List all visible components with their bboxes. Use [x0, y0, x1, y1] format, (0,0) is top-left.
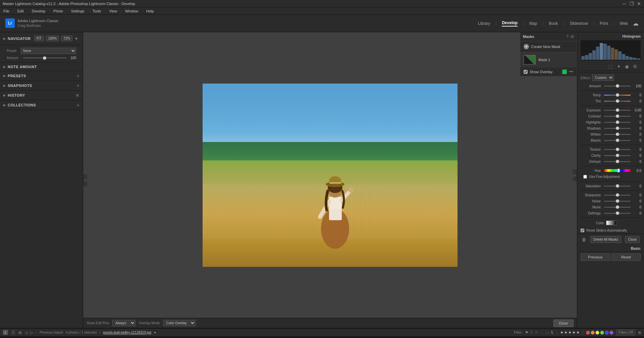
cloud-icon[interactable]: ☁ — [633, 20, 639, 27]
collections-header[interactable]: ▶ Collections + — [0, 100, 83, 110]
menu-view[interactable]: View — [107, 8, 119, 14]
sort-asc-icon[interactable]: ↑↓ — [545, 330, 549, 335]
filters-off-button[interactable]: Filters Off — [616, 330, 635, 335]
defringe-track[interactable] — [604, 213, 631, 214]
highlights-track[interactable] — [604, 122, 631, 123]
color-filter-purple[interactable] — [609, 331, 613, 335]
minimize-button[interactable]: ─ — [622, 1, 627, 6]
dehaze-track[interactable] — [604, 161, 631, 162]
next-nav-icon[interactable]: ▷ — [30, 330, 33, 335]
snapshots-add-button[interactable]: + — [77, 83, 79, 88]
settings-icon[interactable]: ⚙ — [633, 64, 637, 69]
filmstrip-expand-icon[interactable]: ⊕ — [638, 330, 641, 335]
sharpness-track[interactable] — [604, 195, 631, 196]
shadows-track[interactable] — [604, 128, 631, 129]
tab-print[interactable]: Print — [596, 20, 612, 27]
zoom-72-btn[interactable]: 72% — [61, 36, 72, 41]
color-filter-yellow[interactable] — [595, 331, 599, 335]
noise-track[interactable] — [604, 201, 631, 202]
right-expand-handle[interactable]: ▷ — [573, 169, 577, 181]
overlay-color-swatch[interactable] — [562, 69, 567, 74]
show-overlay-checkbox[interactable] — [524, 70, 528, 74]
menu-edit[interactable]: Edit — [15, 8, 26, 14]
presets-add-button[interactable]: + — [77, 73, 79, 79]
prev-nav-icon[interactable]: ◁ — [24, 330, 28, 335]
blacks-track[interactable] — [604, 140, 631, 141]
tab-develop[interactable]: Develop — [498, 19, 522, 28]
tab-map[interactable]: Map — [525, 20, 541, 27]
done-button[interactable]: Done — [553, 320, 574, 327]
crop-icon[interactable]: ⬚ — [608, 64, 613, 69]
heal-icon[interactable]: ✦ — [617, 64, 621, 69]
color-filter-green[interactable] — [600, 331, 604, 335]
menu-window[interactable]: Window — [123, 8, 140, 14]
menu-help[interactable]: Help — [144, 8, 156, 14]
note-amount-header[interactable]: ▶ Note Amount — [0, 63, 83, 71]
temp-track[interactable] — [604, 95, 631, 96]
texture-track[interactable] — [604, 149, 631, 150]
tab-book[interactable]: Book — [545, 20, 562, 27]
whites-track[interactable] — [604, 134, 631, 135]
create-new-mask-button[interactable]: + Create New Mask — [520, 41, 577, 52]
reset-button[interactable]: Reset — [611, 253, 641, 261]
star-1[interactable]: ★ — [560, 330, 564, 335]
navigator-header[interactable]: ▶ Navigator FIT 100% 72% ▼ — [0, 32, 83, 45]
mask-expand-icon[interactable]: ⊟ — [571, 34, 574, 39]
previous-import-label[interactable]: Previous Import — [40, 331, 63, 334]
filter-reject-icon[interactable]: ⚐ — [530, 330, 534, 335]
clarity-track[interactable] — [604, 155, 631, 156]
view-single-button[interactable]: 1 — [3, 330, 8, 335]
menu-develop[interactable]: Develop — [30, 8, 47, 14]
color-swatch[interactable] — [606, 221, 617, 225]
filter-flag-icon[interactable]: ⚑ — [525, 330, 529, 335]
tab-web[interactable]: Web — [616, 20, 632, 27]
edit-pins-select[interactable]: Always Never Selected — [112, 320, 136, 326]
color-filter-blue[interactable] — [605, 331, 609, 335]
mask-help-icon[interactable]: ? — [566, 34, 569, 39]
close-mask-panel-button[interactable]: Close — [625, 236, 640, 243]
grid-view-icon[interactable]: ⊞ — [18, 330, 22, 335]
star-3[interactable]: ★ — [568, 330, 572, 335]
trash-button[interactable]: 🗑 — [582, 237, 586, 242]
menu-tools[interactable]: Tools — [91, 8, 103, 14]
close-button[interactable]: ✕ — [637, 1, 641, 6]
menu-settings[interactable]: Settings — [69, 8, 87, 14]
contrast-track[interactable] — [604, 116, 631, 117]
exposure-track[interactable] — [604, 110, 631, 111]
overlay-options-icon[interactable]: ••• — [569, 69, 573, 74]
moire-track[interactable] — [604, 207, 631, 208]
zoom-100-btn[interactable]: 100% — [46, 36, 59, 41]
delete-all-masks-button[interactable]: Delete All Masks — [590, 236, 621, 243]
history-header[interactable]: ▶ History ✕ — [0, 91, 83, 100]
left-expand-handle[interactable]: ◁ — [83, 174, 87, 186]
amount-track[interactable] — [604, 86, 631, 87]
reset-sliders-checkbox[interactable] — [581, 229, 584, 232]
zoom-fit-btn[interactable]: FIT — [34, 36, 44, 41]
fine-adjustment-checkbox[interactable] — [583, 175, 587, 179]
view-double-button[interactable]: 2 — [11, 330, 16, 335]
star-5[interactable]: ★ — [576, 330, 580, 335]
color-filter-red[interactable] — [586, 331, 590, 335]
mask-item[interactable]: Mask 1 — [520, 52, 577, 67]
file-dropdown-icon[interactable]: ▾ — [154, 330, 156, 335]
tint-track[interactable] — [604, 101, 631, 102]
snapshots-header[interactable]: ▶ Snapshots + — [0, 81, 83, 90]
overlay-mode-select[interactable]: Color Overlay Image Overlay — [163, 320, 196, 326]
color-filter-orange[interactable] — [591, 331, 595, 335]
effect-select[interactable]: Custom — [592, 75, 614, 81]
collections-add-button[interactable]: + — [77, 102, 79, 108]
sort-desc-icon[interactable]: ⇅ — [550, 330, 554, 335]
presets-header[interactable]: ▶ Presets + — [0, 71, 83, 81]
history-clear-button[interactable]: ✕ — [75, 93, 79, 98]
preset-select[interactable]: None — [21, 48, 76, 54]
filter-unflag-icon[interactable]: ⚐ — [535, 330, 539, 335]
mask-icon[interactable]: ◉ — [625, 64, 629, 69]
tab-library[interactable]: Library — [474, 20, 494, 27]
navigator-dropdown-icon[interactable]: ▼ — [74, 37, 78, 41]
amount-slider[interactable] — [23, 57, 66, 58]
maximize-button[interactable]: ❐ — [629, 1, 634, 6]
current-file-name[interactable]: pexels-leah-kelley-12128329.jpg — [103, 331, 151, 334]
menu-photo[interactable]: Photo — [51, 8, 65, 14]
star-4[interactable]: ★ — [572, 330, 576, 335]
saturation-track[interactable] — [604, 186, 631, 187]
